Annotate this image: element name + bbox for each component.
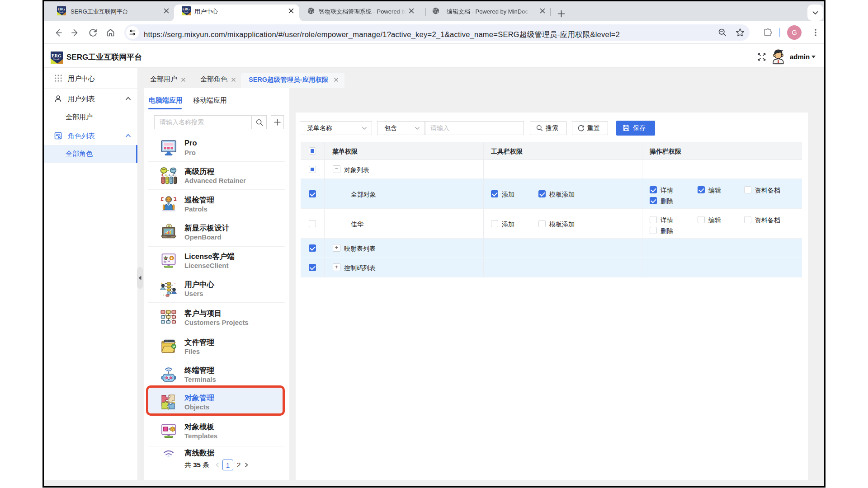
- svg-text:ERG: ERG: [52, 53, 61, 58]
- svg-text:Sample: Sample: [59, 11, 64, 13]
- svg-text:Sample: Sample: [184, 11, 189, 13]
- svg-text:Sample: Sample: [53, 58, 60, 60]
